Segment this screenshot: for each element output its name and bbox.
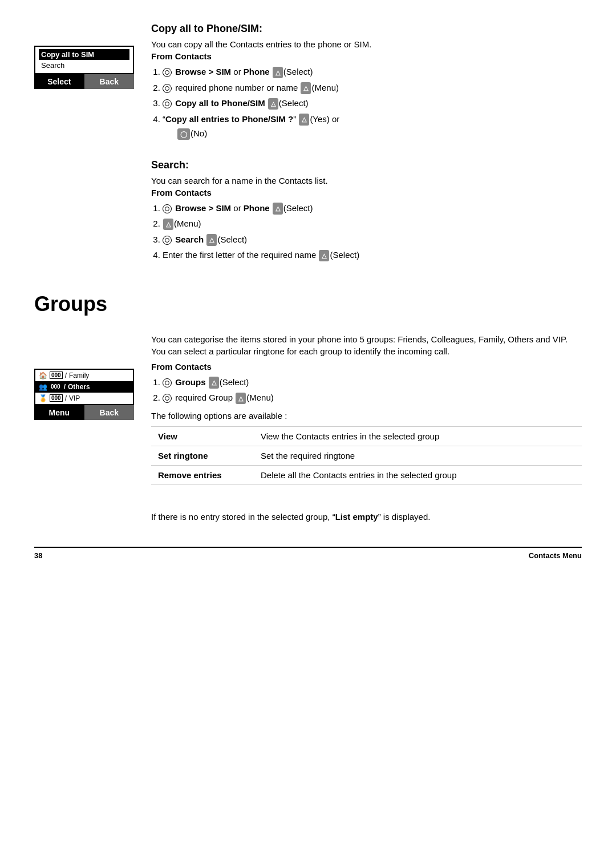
browse-sim-label: Browse > SIM [175, 67, 231, 76]
search-step-4: Enter the first letter of the required n… [163, 248, 582, 263]
copy-title: Copy all to Phone/SIM: [151, 23, 582, 35]
ringtone-label: Set ringtone [151, 446, 254, 465]
page-number: 38 [34, 551, 42, 560]
vip-count: 000 [50, 394, 63, 402]
copy-description: You can copy all the Contacts entries to… [151, 39, 582, 49]
group-screen: 🏠 000/ Family 👥 000/ Others 🏅 000/ VIP [34, 369, 134, 405]
table-row-view: View View the Contacts entries in the se… [151, 426, 582, 446]
phone-buttons-copy: Select Back [34, 74, 134, 89]
select-btn-icon-s1: △ [273, 203, 283, 215]
phone-select-button[interactable]: Select [34, 74, 84, 89]
copy-steps-list: Browse > SIM or Phone △(Select) required… [163, 64, 582, 141]
no-btn-icon: ◯ [177, 128, 190, 140]
table-row-ringtone: Set ringtone Set the required ringtone [151, 446, 582, 465]
screen-item-copy-sim: Copy all to SIM [39, 49, 129, 60]
select-btn-icon-s4: △ [319, 250, 329, 262]
menu-btn-icon-1: △ [301, 82, 311, 94]
list-empty-label: List empty [335, 512, 378, 522]
search-step-1: Browse > SIM or Phone △(Select) [163, 201, 582, 216]
groups-text: You can categorise the items stored in y… [151, 334, 582, 485]
vip-label: VIP [69, 394, 80, 402]
groups-desc2: You can select a particular ringtone for… [151, 346, 582, 356]
search-title: Search: [151, 159, 582, 171]
remove-description: Delete all the Contacts entries in the s… [254, 465, 582, 484]
from-label: From [151, 51, 173, 61]
menu-btn-icon-s2: △ [163, 219, 173, 231]
table-row-remove: Remove entries Delete all the Contacts e… [151, 465, 582, 484]
phone-mockup-copy: Copy all to SIM Search Select Back [34, 46, 134, 142]
yes-btn-icon: △ [299, 114, 309, 126]
contacts-label-3: Contacts [175, 362, 212, 372]
copy-section: Copy all to SIM Search Select Back Copy … [34, 23, 582, 142]
contacts-label-2: Contacts [175, 188, 212, 197]
copy-section-text: Copy all to Phone/SIM: You can copy all … [151, 23, 582, 142]
sim-icon-g1 [163, 378, 172, 387]
groups-steps-list: Groups △(Select) required Group △(Menu) [163, 375, 582, 405]
groups-section-body: 🏠 000/ Family 👥 000/ Others 🏅 000/ VIP M… [34, 334, 582, 485]
sim-icon-s1 [163, 204, 172, 213]
view-label: View [151, 426, 254, 446]
copy-step-4: “Copy all entries to Phone/SIM ?” △(Yes)… [163, 112, 582, 141]
copy-from-contacts: From Contacts [151, 51, 582, 61]
sim-icon-3 [163, 99, 172, 108]
menu-btn-icon-g2: △ [236, 393, 246, 405]
sim-icon-2 [163, 84, 172, 93]
browse-sim-label-2: Browse > SIM [175, 203, 231, 213]
from-label-2: From [151, 188, 173, 197]
group-item-others: 👥 000/ Others [35, 381, 133, 393]
phone-buttons-groups: Menu Back [34, 405, 134, 420]
groups-step-1: Groups △(Select) [163, 375, 582, 390]
groups-desc1: You can categorise the items stored in y… [151, 334, 582, 344]
sim-icon-1 [163, 68, 172, 77]
family-count: 000 [50, 372, 63, 379]
ringtone-description: Set the required ringtone [254, 446, 582, 465]
others-count: 000 [50, 383, 62, 390]
select-btn-icon-2: △ [268, 98, 278, 110]
from-label-3: From [151, 362, 173, 372]
phone-label-1: Phone [244, 67, 270, 76]
copy-step-1: Browse > SIM or Phone △(Select) [163, 64, 582, 79]
search-steps-list: Browse > SIM or Phone △(Select) △(Menu) … [163, 201, 582, 263]
view-description: View the Contacts entries in the selecte… [254, 426, 582, 446]
copy-all-label: Copy all to Phone/SIM [175, 98, 265, 108]
groups-label: Groups [175, 377, 205, 387]
search-step-2: △(Menu) [163, 216, 582, 231]
groups-back-button[interactable]: Back [84, 405, 135, 420]
phone-screen-copy: Copy all to SIM Search [34, 46, 134, 74]
group-item-vip: 🏅 000/ VIP [35, 393, 133, 404]
groups-menu-button[interactable]: Menu [34, 405, 84, 420]
search-from-contacts: From Contacts [151, 188, 582, 197]
others-icon: 👥 [39, 383, 47, 391]
search-step-3: Search △(Select) [163, 232, 582, 247]
page-footer: 38 Contacts Menu [34, 547, 582, 560]
search-label: Search [175, 235, 204, 244]
groups-step-2: required Group △(Menu) [163, 390, 582, 405]
search-description: You can search for a name in the Contact… [151, 176, 582, 185]
phone-label-2: Phone [244, 203, 270, 213]
groups-title: Groups [34, 292, 582, 316]
select-btn-icon-1: △ [273, 67, 283, 79]
screen-item-search: Search [39, 60, 129, 71]
contacts-label: Contacts [175, 51, 212, 61]
search-section: Search: You can search for a name in the… [151, 159, 582, 264]
remove-label: Remove entries [151, 465, 254, 484]
section-label: Contacts Menu [529, 551, 582, 560]
groups-from-contacts: From Contacts [151, 362, 582, 372]
options-table: View View the Contacts entries in the se… [151, 426, 582, 485]
vip-icon: 🏅 [39, 394, 47, 402]
select-btn-icon-g1: △ [209, 377, 219, 389]
footer-note: If there is no entry stored in the selec… [151, 510, 582, 524]
sim-icon-g2 [163, 394, 172, 403]
phone-back-button[interactable]: Back [84, 74, 135, 89]
options-intro: The following options are available : [151, 411, 582, 421]
copy-step-3: Copy all to Phone/SIM △(Select) [163, 96, 582, 111]
groups-section-header: Groups [34, 292, 582, 325]
family-label: Family [69, 372, 89, 379]
family-icon: 🏠 [39, 372, 47, 379]
group-item-family: 🏠 000/ Family [35, 370, 133, 381]
page-content: Copy all to SIM Search Select Back Copy … [34, 23, 582, 560]
others-label: Others [68, 383, 90, 391]
copy-all-entries-label: Copy all entries to Phone/SIM ? [165, 114, 293, 124]
sim-icon-s3 [163, 236, 172, 245]
phone-mockup-groups: 🏠 000/ Family 👥 000/ Others 🏅 000/ VIP M… [34, 369, 134, 485]
